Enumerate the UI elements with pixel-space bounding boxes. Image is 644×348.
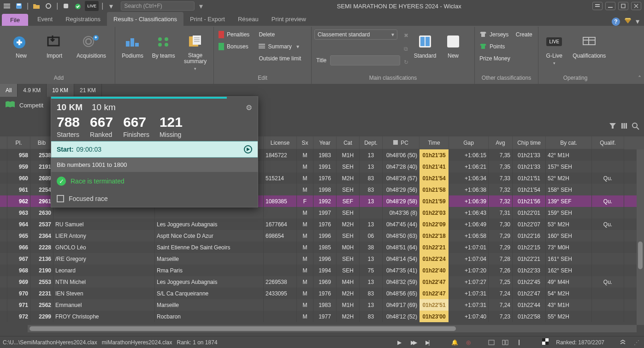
delete-button[interactable]: Delete: [257, 29, 303, 40]
close-button[interactable]: [631, 2, 641, 10]
expand-up-icon[interactable]: [618, 338, 627, 347]
distance-tab-2[interactable]: 21 KM: [74, 84, 102, 97]
tab-reseau[interactable]: Réseau: [231, 12, 265, 26]
glive-button[interactable]: LIVE G-Live ▾: [541, 29, 567, 71]
search-dropdown-icon[interactable]: ▾: [196, 2, 206, 11]
refresh-classif-icon[interactable]: ↻: [404, 59, 408, 65]
vertical-scrollbar[interactable]: [637, 149, 644, 325]
acquisitions-button[interactable]: Acquisitions: [72, 29, 111, 71]
column-header[interactable]: Year: [313, 136, 337, 149]
table-row[interactable]: 9682190LeonardRma ParisM1994SEH750h47'35…: [0, 265, 644, 276]
table-row[interactable]: 9652364LIER AntonyAsptt Nice Cote D Azur…: [0, 230, 644, 242]
main-classification-select[interactable]: Classement standard ▾: [314, 29, 397, 40]
table-row[interactable]: 9632630M1997SEH0h43'36 (8)01h22'03+1:06:…: [0, 207, 644, 218]
help-icon[interactable]: ?: [612, 18, 620, 26]
breadcrumb[interactable]: Competit: [19, 102, 43, 109]
play-icon[interactable]: ▶: [395, 338, 404, 347]
outside-time-button[interactable]: Outside time limit: [257, 53, 303, 64]
jerseys-button[interactable]: Jerseys: [478, 29, 512, 40]
focused-race-row[interactable]: Focused race: [51, 190, 258, 207]
live-badge-icon[interactable]: LIVE: [85, 1, 99, 11]
column-header[interactable]: License: [264, 136, 297, 149]
tab-print-export[interactable]: Print - Export: [183, 12, 231, 26]
file-path-1[interactable]: C:\U...\SemiMarathonHyeres2024.clax: [3, 339, 97, 346]
tab-event[interactable]: Event: [31, 12, 59, 26]
skip-icon[interactable]: ▶|: [422, 338, 431, 347]
tab-print-preview[interactable]: Print preview: [265, 12, 313, 26]
tab-registrations[interactable]: Registrations: [59, 12, 107, 26]
points-button[interactable]: Points: [478, 41, 512, 52]
qa-menu-icon[interactable]: [2, 1, 12, 11]
column-header[interactable]: Time: [419, 136, 449, 149]
table-row[interactable]: 9712562EmmanuelMarseilleM1983M1H130h49'1…: [0, 299, 644, 311]
table-row[interactable]: 9692553NTIN MichelLes Joggeurs Aubagnais…: [0, 276, 644, 288]
window-collapse-ribbon[interactable]: [592, 2, 603, 10]
new-button[interactable]: New: [6, 29, 37, 71]
minimize-button[interactable]: [605, 2, 615, 10]
scroll-thumb[interactable]: [30, 326, 456, 331]
search-grid-icon[interactable]: [632, 123, 639, 132]
title-input[interactable]: [330, 55, 400, 65]
splitter-icon[interactable]: [514, 338, 524, 347]
chevron-down-icon[interactable]: ▾: [636, 17, 639, 26]
db-icon[interactable]: [61, 1, 71, 11]
file-menu[interactable]: File: [2, 14, 28, 26]
gear-icon[interactable]: ⚙: [246, 103, 252, 112]
qualifications-button[interactable]: Qualifications: [569, 29, 609, 71]
global-search-input[interactable]: Search (Ctrl+F): [121, 1, 195, 11]
save-icon[interactable]: [14, 1, 24, 11]
gem-icon[interactable]: [624, 18, 632, 26]
refresh-icon[interactable]: [43, 1, 53, 11]
distance-tab-1[interactable]: 10 KM: [47, 84, 74, 97]
grid-icon[interactable]: [501, 338, 510, 347]
copy-classif-icon[interactable]: ⧉: [404, 46, 408, 52]
tab-results[interactable]: Results - Classifications: [107, 12, 183, 26]
checkbox[interactable]: [57, 195, 64, 202]
ribbon-collapse-icon[interactable]: ˄: [638, 75, 641, 82]
window-icon[interactable]: [487, 338, 496, 347]
play-icon[interactable]: [244, 145, 252, 153]
table-row[interactable]: 9672136/RE GregoryMarseilleM1996SEH130h4…: [0, 253, 644, 265]
start-time-row[interactable]: Start: 09:00:03: [51, 141, 258, 158]
table-row[interactable]: 9662228GNOLO LéoSaint Etienne De Saint G…: [0, 242, 644, 253]
penalties-button[interactable]: Penalties: [217, 29, 251, 40]
maximize-button[interactable]: [618, 2, 628, 10]
distance-tab-0[interactable]: 4.9 KM: [18, 84, 47, 97]
column-header[interactable]: Bib: [30, 136, 53, 149]
column-header[interactable]: Dept.: [360, 136, 383, 149]
ffwd-icon[interactable]: ▶▶: [408, 338, 418, 347]
column-header[interactable]: Pl.: [7, 136, 30, 149]
columns-icon[interactable]: [621, 123, 627, 132]
bell-icon[interactable]: 🔔: [450, 338, 459, 347]
standard-view-button[interactable]: Standard: [410, 29, 440, 71]
prize-money-button[interactable]: Prize Money: [478, 53, 512, 64]
new-classif-button[interactable]: New: [442, 29, 465, 71]
podiums-button[interactable]: Podiums: [118, 29, 147, 71]
cloud-sync-icon[interactable]: [73, 1, 83, 11]
open-folder-icon[interactable]: [31, 1, 41, 11]
summary-button[interactable]: Summary ▾: [257, 41, 303, 52]
column-header[interactable]: Cat: [337, 136, 360, 149]
resize-grip-icon[interactable]: ⋰: [632, 338, 641, 347]
create-classif-button[interactable]: Create: [514, 29, 534, 40]
by-teams-button[interactable]: By teams: [149, 29, 178, 71]
column-header[interactable]: Avg: [489, 136, 513, 149]
table-row[interactable]: 9722299FROY ChristopheRocbaronM1977M2H83…: [0, 311, 644, 322]
target-icon[interactable]: ◎: [464, 338, 473, 347]
column-header[interactable]: Sx: [297, 136, 313, 149]
filter-icon[interactable]: [609, 123, 616, 132]
import-button[interactable]: Import: [39, 29, 70, 71]
file-path-2[interactable]: miMarathonHyeres2024.clax: [102, 339, 172, 346]
column-header[interactable]: PC: [383, 136, 419, 149]
table-row[interactable]: 9642537RU SamuelLes Joggeurs Aubagnais16…: [0, 218, 644, 230]
column-header[interactable]: Gap: [449, 136, 489, 149]
stage-summary-button[interactable]: Stage summary ▾: [180, 29, 211, 71]
distance-tab-all[interactable]: All: [0, 84, 18, 97]
column-header[interactable]: By cat.: [546, 136, 592, 149]
table-row[interactable]: 9702231IEN StevenS/L Ca Carqueiranne2433…: [0, 288, 644, 299]
delete-classif-icon[interactable]: ✖: [404, 32, 408, 39]
scroll-thumb[interactable]: [638, 242, 643, 269]
column-header[interactable]: Chip time: [513, 136, 546, 149]
chevron-down-icon[interactable]: ▾: [106, 1, 116, 11]
column-header[interactable]: Qualif.: [592, 136, 624, 149]
